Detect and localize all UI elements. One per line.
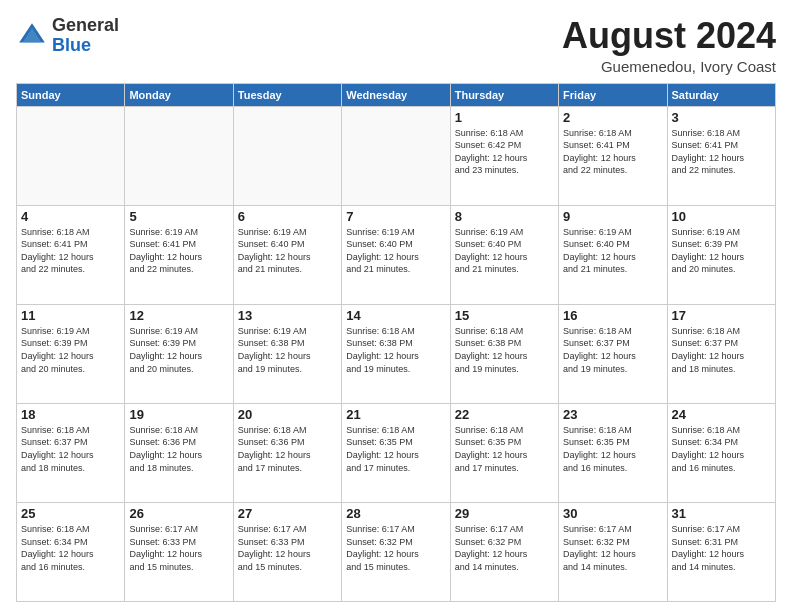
day-cell: 16Sunrise: 6:18 AM Sunset: 6:37 PM Dayli… [559,304,667,403]
day-info: Sunrise: 6:17 AM Sunset: 6:33 PM Dayligh… [129,523,228,573]
logo-blue-text: Blue [52,35,91,55]
logo-text: General Blue [52,16,119,56]
day-cell: 15Sunrise: 6:18 AM Sunset: 6:38 PM Dayli… [450,304,558,403]
day-cell [125,106,233,205]
day-info: Sunrise: 6:18 AM Sunset: 6:37 PM Dayligh… [672,325,771,375]
day-cell: 2Sunrise: 6:18 AM Sunset: 6:41 PM Daylig… [559,106,667,205]
week-row-3: 11Sunrise: 6:19 AM Sunset: 6:39 PM Dayli… [17,304,776,403]
logo-general-text: General [52,15,119,35]
day-number: 13 [238,308,337,323]
day-number: 2 [563,110,662,125]
day-info: Sunrise: 6:18 AM Sunset: 6:36 PM Dayligh… [238,424,337,474]
day-info: Sunrise: 6:19 AM Sunset: 6:40 PM Dayligh… [563,226,662,276]
day-info: Sunrise: 6:18 AM Sunset: 6:41 PM Dayligh… [672,127,771,177]
day-number: 29 [455,506,554,521]
day-number: 21 [346,407,445,422]
day-info: Sunrise: 6:19 AM Sunset: 6:39 PM Dayligh… [129,325,228,375]
col-header-wednesday: Wednesday [342,83,450,106]
day-cell: 17Sunrise: 6:18 AM Sunset: 6:37 PM Dayli… [667,304,775,403]
day-number: 15 [455,308,554,323]
day-cell: 30Sunrise: 6:17 AM Sunset: 6:32 PM Dayli… [559,502,667,601]
day-number: 5 [129,209,228,224]
day-number: 22 [455,407,554,422]
day-cell: 13Sunrise: 6:19 AM Sunset: 6:38 PM Dayli… [233,304,341,403]
day-number: 14 [346,308,445,323]
day-number: 23 [563,407,662,422]
day-cell: 24Sunrise: 6:18 AM Sunset: 6:34 PM Dayli… [667,403,775,502]
day-cell [17,106,125,205]
day-cell: 8Sunrise: 6:19 AM Sunset: 6:40 PM Daylig… [450,205,558,304]
day-cell: 4Sunrise: 6:18 AM Sunset: 6:41 PM Daylig… [17,205,125,304]
day-info: Sunrise: 6:19 AM Sunset: 6:39 PM Dayligh… [672,226,771,276]
day-info: Sunrise: 6:18 AM Sunset: 6:42 PM Dayligh… [455,127,554,177]
day-number: 7 [346,209,445,224]
day-info: Sunrise: 6:19 AM Sunset: 6:40 PM Dayligh… [455,226,554,276]
day-info: Sunrise: 6:17 AM Sunset: 6:31 PM Dayligh… [672,523,771,573]
day-info: Sunrise: 6:18 AM Sunset: 6:41 PM Dayligh… [21,226,120,276]
day-number: 30 [563,506,662,521]
day-info: Sunrise: 6:17 AM Sunset: 6:33 PM Dayligh… [238,523,337,573]
day-cell: 5Sunrise: 6:19 AM Sunset: 6:41 PM Daylig… [125,205,233,304]
day-info: Sunrise: 6:19 AM Sunset: 6:41 PM Dayligh… [129,226,228,276]
week-row-1: 1Sunrise: 6:18 AM Sunset: 6:42 PM Daylig… [17,106,776,205]
day-number: 3 [672,110,771,125]
col-header-thursday: Thursday [450,83,558,106]
day-info: Sunrise: 6:17 AM Sunset: 6:32 PM Dayligh… [455,523,554,573]
day-number: 31 [672,506,771,521]
day-info: Sunrise: 6:18 AM Sunset: 6:35 PM Dayligh… [563,424,662,474]
day-cell: 27Sunrise: 6:17 AM Sunset: 6:33 PM Dayli… [233,502,341,601]
day-number: 4 [21,209,120,224]
day-info: Sunrise: 6:18 AM Sunset: 6:35 PM Dayligh… [346,424,445,474]
col-header-saturday: Saturday [667,83,775,106]
week-row-2: 4Sunrise: 6:18 AM Sunset: 6:41 PM Daylig… [17,205,776,304]
title-block: August 2024 Guemenedou, Ivory Coast [562,16,776,75]
day-info: Sunrise: 6:17 AM Sunset: 6:32 PM Dayligh… [563,523,662,573]
day-info: Sunrise: 6:18 AM Sunset: 6:37 PM Dayligh… [563,325,662,375]
day-info: Sunrise: 6:18 AM Sunset: 6:41 PM Dayligh… [563,127,662,177]
day-cell: 14Sunrise: 6:18 AM Sunset: 6:38 PM Dayli… [342,304,450,403]
day-cell: 11Sunrise: 6:19 AM Sunset: 6:39 PM Dayli… [17,304,125,403]
day-info: Sunrise: 6:17 AM Sunset: 6:32 PM Dayligh… [346,523,445,573]
day-cell: 29Sunrise: 6:17 AM Sunset: 6:32 PM Dayli… [450,502,558,601]
week-row-5: 25Sunrise: 6:18 AM Sunset: 6:34 PM Dayli… [17,502,776,601]
day-info: Sunrise: 6:18 AM Sunset: 6:38 PM Dayligh… [346,325,445,375]
col-header-friday: Friday [559,83,667,106]
col-header-tuesday: Tuesday [233,83,341,106]
day-info: Sunrise: 6:19 AM Sunset: 6:40 PM Dayligh… [238,226,337,276]
col-header-sunday: Sunday [17,83,125,106]
day-info: Sunrise: 6:18 AM Sunset: 6:34 PM Dayligh… [672,424,771,474]
day-number: 25 [21,506,120,521]
day-cell: 22Sunrise: 6:18 AM Sunset: 6:35 PM Dayli… [450,403,558,502]
day-info: Sunrise: 6:18 AM Sunset: 6:35 PM Dayligh… [455,424,554,474]
col-header-monday: Monday [125,83,233,106]
day-cell: 23Sunrise: 6:18 AM Sunset: 6:35 PM Dayli… [559,403,667,502]
day-info: Sunrise: 6:18 AM Sunset: 6:36 PM Dayligh… [129,424,228,474]
day-cell: 26Sunrise: 6:17 AM Sunset: 6:33 PM Dayli… [125,502,233,601]
page: General Blue August 2024 Guemenedou, Ivo… [0,0,792,612]
day-number: 17 [672,308,771,323]
day-cell: 20Sunrise: 6:18 AM Sunset: 6:36 PM Dayli… [233,403,341,502]
logo-icon [16,20,48,52]
header: General Blue August 2024 Guemenedou, Ivo… [16,16,776,75]
day-number: 16 [563,308,662,323]
day-cell: 19Sunrise: 6:18 AM Sunset: 6:36 PM Dayli… [125,403,233,502]
day-number: 6 [238,209,337,224]
calendar-subtitle: Guemenedou, Ivory Coast [562,58,776,75]
day-number: 19 [129,407,228,422]
day-cell [342,106,450,205]
day-number: 27 [238,506,337,521]
week-row-4: 18Sunrise: 6:18 AM Sunset: 6:37 PM Dayli… [17,403,776,502]
day-number: 28 [346,506,445,521]
day-number: 10 [672,209,771,224]
day-number: 20 [238,407,337,422]
calendar-title: August 2024 [562,16,776,56]
day-number: 8 [455,209,554,224]
day-cell: 31Sunrise: 6:17 AM Sunset: 6:31 PM Dayli… [667,502,775,601]
day-number: 11 [21,308,120,323]
day-cell: 7Sunrise: 6:19 AM Sunset: 6:40 PM Daylig… [342,205,450,304]
day-cell: 10Sunrise: 6:19 AM Sunset: 6:39 PM Dayli… [667,205,775,304]
day-cell: 25Sunrise: 6:18 AM Sunset: 6:34 PM Dayli… [17,502,125,601]
day-number: 24 [672,407,771,422]
day-cell: 6Sunrise: 6:19 AM Sunset: 6:40 PM Daylig… [233,205,341,304]
day-cell: 9Sunrise: 6:19 AM Sunset: 6:40 PM Daylig… [559,205,667,304]
